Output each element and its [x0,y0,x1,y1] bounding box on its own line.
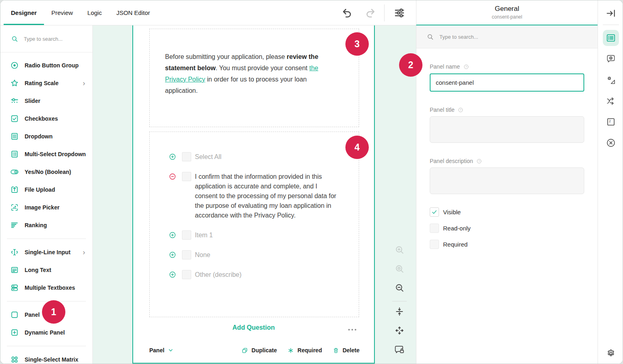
property-search-input[interactable] [439,34,590,40]
zoom-reset-button[interactable] [394,264,405,274]
choice-checkbox[interactable] [182,250,191,259]
boolean-icon [10,167,19,176]
help-icon[interactable]: ? [476,158,482,164]
rail-tab-logic[interactable] [603,93,619,109]
toolbox-item-multiple-textboxes[interactable]: Multiple Textboxes [0,279,92,297]
choice-row-i-confirm-that-the-infor: I confirm that the information provided … [169,172,347,220]
property-search[interactable] [416,25,598,48]
required-checkbox-row[interactable]: Required [430,240,584,249]
toolbox-item-single-line-input[interactable]: Single-Line Input› [0,243,92,261]
search-icon [11,35,19,43]
choice-checkbox[interactable] [182,270,191,279]
undo-button[interactable] [341,7,353,19]
rail-tab-general[interactable] [603,30,619,46]
choice-checkbox[interactable] [182,152,191,161]
choice-label[interactable]: None [195,250,210,260]
panel-description-textarea[interactable] [430,167,584,194]
tab-designer[interactable]: Designer [4,0,44,25]
add-question-button[interactable]: Add Question [133,324,374,331]
read-only-checkbox-row[interactable]: Read-only [430,224,584,233]
collapse-all-button[interactable] [394,306,405,317]
toolbox-item-label: Dynamic Panel [25,329,65,336]
more-options-icon[interactable] [348,329,356,331]
chevron-down-icon [168,347,174,353]
main-tabs: DesignerPreviewLogicJSON Editor [0,0,416,25]
toolbox-item-radio-button-group[interactable]: Radio Button Group [0,56,92,74]
choice-checkbox[interactable] [182,172,191,181]
visible-checkbox-row[interactable]: Visible [430,207,584,217]
redo-button[interactable] [364,7,376,19]
toolbox-item-yes-no-boolean[interactable]: Yes/No (Boolean) [0,163,92,181]
toolbox-item-dropdown[interactable]: Dropdown [0,128,92,145]
toolbox-item-label: File Upload [25,186,55,193]
html-question-block[interactable]: Before submitting your application, plea… [149,29,359,127]
tab-json-editor[interactable]: JSON Editor [109,0,157,25]
toolbox-item-checkboxes[interactable]: Checkboxes [0,110,92,128]
zoom-out-button[interactable] [394,282,405,293]
duplicate-label: Duplicate [251,347,277,354]
add-item-icon[interactable] [169,231,176,239]
rail-tab-theme[interactable] [603,72,619,88]
toolbox-search-input[interactable] [24,36,87,42]
chevron-right-icon[interactable]: › [83,79,85,87]
html-text: . You must provide your consent [215,65,309,71]
choice-label[interactable]: Other (describe) [195,270,242,280]
toolbox-item-ranking[interactable]: Ranking [0,216,92,234]
collapse-sidebar-icon[interactable] [605,8,617,19]
required-button[interactable]: Required [287,347,322,354]
zoom-in-button[interactable] [394,245,405,255]
chevron-right-icon[interactable]: › [83,249,85,256]
design-canvas: Before submitting your application, plea… [93,25,416,364]
help-icon[interactable]: ? [458,107,464,113]
required-checkbox[interactable] [430,240,439,249]
dynamic-panel-icon [10,328,19,337]
toolbox-item-single-select-matrix[interactable]: Single-Select Matrix [0,351,92,364]
choice-label[interactable]: Select All [195,152,222,162]
toolbox-item-file-upload[interactable]: File Upload [0,181,92,199]
toolbox-item-slider[interactable]: Slider [0,92,92,110]
property-grid: Panel name?Panel title?Panel description… [416,25,598,364]
add-item-icon[interactable] [169,153,176,161]
rail-tab-pages[interactable]: 2 [603,114,619,130]
lock-questions-button[interactable] [394,344,405,355]
panel-title-textarea[interactable] [430,116,584,143]
view-settings-button[interactable] [393,7,406,19]
required-asterisk-icon [287,347,294,354]
toolbox-item-long-text[interactable]: Long Text [0,261,92,279]
toolbox-item-dynamic-panel[interactable]: Dynamic Panel [0,324,92,341]
toolbox-divider [7,346,86,346]
remove-item-icon[interactable] [169,173,176,180]
help-icon[interactable]: ? [463,64,469,70]
choice-checkbox[interactable] [182,230,191,240]
panel-type-selector[interactable]: Panel [149,347,174,354]
read-only-checkbox[interactable] [430,224,439,233]
html-text: Before submitting your application, plea… [165,53,287,60]
visible-checkbox[interactable] [430,207,439,217]
add-item-icon[interactable] [169,271,176,278]
choice-label[interactable]: I confirm that the information provided … [195,172,337,220]
delete-button[interactable]: Delete [332,347,360,354]
dropdown-icon [10,132,19,141]
toolbox-item-image-picker[interactable]: Image Picker [0,199,92,216]
single-line-input-icon [10,248,19,257]
rating-scale-icon [10,79,19,88]
rail-tab-validation[interactable] [603,135,619,151]
selected-panel[interactable]: Before submitting your application, plea… [132,25,375,364]
duplicate-button[interactable]: Duplicate [241,347,277,354]
annotation-badge-4: 4 [345,136,369,159]
add-item-icon[interactable] [169,251,176,259]
toolbox-item-multi-select-dropdown[interactable]: Multi-Select Dropdown [0,145,92,163]
panel-description-label: Panel description? [430,158,584,164]
tab-preview[interactable]: Preview [44,0,80,25]
gear-icon[interactable] [605,348,616,359]
panel-name-input[interactable] [430,73,584,92]
checkbox-question-block[interactable]: Select AllI confirm that the information… [149,132,359,317]
tab-logic[interactable]: Logic [80,0,109,25]
multiple-textboxes-icon [10,283,19,292]
toolbox-item-rating-scale[interactable]: Rating Scale› [0,74,92,92]
toolbox-divider [7,238,86,239]
toolbox-search[interactable] [0,25,92,52]
drag-move-button[interactable] [394,325,405,336]
choice-label[interactable]: Item 1 [195,230,213,240]
rail-tab-question-settings[interactable] [603,51,619,67]
